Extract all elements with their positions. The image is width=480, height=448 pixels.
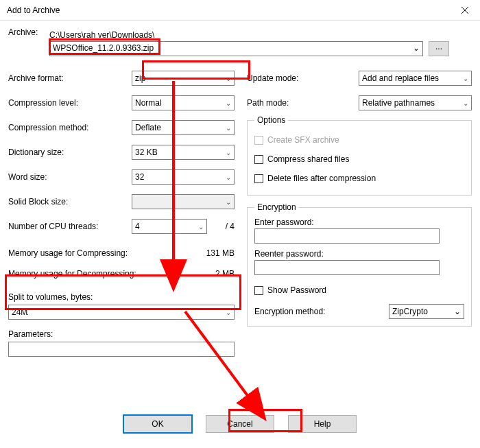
chevron-down-icon: ⌄ — [413, 43, 420, 53]
mem-decomp-label: Memory usage for Decompressing: — [8, 269, 193, 279]
delete-checkbox[interactable] — [254, 174, 263, 183]
chevron-down-icon: ⌄ — [463, 99, 468, 107]
params-label: Parameters: — [8, 329, 235, 339]
pathmode-label: Path mode: — [247, 98, 359, 108]
reenter-password-input[interactable] — [254, 260, 440, 275]
shared-checkbox[interactable] — [254, 155, 263, 164]
chevron-down-icon: ⌄ — [226, 149, 231, 156]
sfx-label: Create SFX archive — [267, 135, 339, 145]
chevron-down-icon: ⌄ — [454, 307, 461, 316]
right-column: Update mode: Add and replace files⌄ Path… — [247, 66, 472, 357]
shared-label: Compress shared files — [267, 154, 349, 164]
update-mode-select[interactable]: Add and replace files⌄ — [359, 71, 472, 86]
level-select[interactable]: Normal⌄ — [132, 95, 235, 110]
format-label: Archive format: — [8, 73, 132, 83]
archive-filename-input[interactable]: WPSOffice_11.2.0.9363.zip ⌄ — [49, 41, 423, 56]
left-column: Archive format: zip⌄ Compression level: … — [8, 66, 235, 357]
method-label: Compression method: — [8, 123, 132, 132]
mem-comp-label: Memory usage for Compressing: — [8, 248, 193, 258]
dialog-buttons: OK Cancel Help — [0, 415, 480, 433]
format-select[interactable]: zip⌄ — [132, 71, 235, 86]
chevron-down-icon: ⌄ — [226, 198, 231, 206]
block-select[interactable]: ⌄ — [132, 194, 235, 209]
enter-password-input[interactable] — [254, 228, 440, 244]
reenter-pw-label: Reenter password: — [254, 249, 464, 259]
enc-method-select[interactable]: ZipCrypto⌄ — [389, 304, 464, 319]
word-label: Word size: — [8, 172, 132, 182]
mem-decomp-value: 2 MB — [193, 269, 235, 279]
split-volumes-input[interactable]: 24M ⌄ — [8, 305, 235, 320]
encryption-legend: Encryption — [254, 202, 299, 212]
show-password-checkbox[interactable] — [254, 286, 263, 295]
sfx-checkbox — [254, 136, 263, 145]
chevron-down-icon: ⌄ — [226, 124, 231, 132]
help-button[interactable]: Help — [288, 415, 357, 433]
close-button[interactable] — [449, 0, 480, 21]
word-select[interactable]: 32⌄ — [132, 169, 235, 185]
chevron-down-icon: ⌄ — [226, 75, 231, 82]
archive-path-prefix: C:\Users\rah ver\Downloads\ — [49, 30, 472, 40]
close-icon — [461, 6, 469, 14]
archive-label: Archive: — [8, 27, 49, 37]
dict-label: Dictionary size: — [8, 148, 132, 157]
chevron-down-icon: ⌄ — [226, 309, 231, 316]
update-label: Update mode: — [247, 73, 359, 83]
show-password-label: Show Password — [267, 285, 326, 295]
method-select[interactable]: Deflate⌄ — [132, 120, 235, 135]
level-label: Compression level: — [8, 98, 132, 108]
path-mode-select[interactable]: Relative pathnames⌄ — [359, 95, 472, 110]
enter-pw-label: Enter password: — [254, 217, 464, 227]
title-bar: Add to Archive — [0, 0, 480, 21]
parameters-input[interactable] — [8, 342, 235, 357]
browse-button[interactable]: ... — [429, 41, 449, 56]
options-legend: Options — [254, 115, 288, 125]
delete-label: Delete files after compression — [267, 174, 376, 183]
window-title: Add to Archive — [7, 5, 449, 15]
cancel-button[interactable]: Cancel — [206, 415, 274, 433]
chevron-down-icon: ⌄ — [198, 223, 204, 231]
chevron-down-icon: ⌄ — [226, 174, 231, 181]
dict-select[interactable]: 32 KB⌄ — [132, 145, 235, 160]
threads-label: Number of CPU threads: — [8, 222, 132, 231]
enc-method-label: Encryption method: — [254, 307, 325, 316]
threads-select[interactable]: 4⌄ — [132, 219, 207, 234]
block-label: Solid Block size: — [8, 197, 132, 207]
threads-max: / 4 — [207, 222, 235, 231]
split-label: Split to volumes, bytes: — [8, 292, 235, 302]
chevron-down-icon: ⌄ — [226, 99, 231, 107]
chevron-down-icon: ⌄ — [463, 75, 468, 82]
encryption-fieldset: Encryption Enter password: Reenter passw… — [247, 202, 472, 327]
mem-comp-value: 131 MB — [193, 248, 235, 258]
ok-button[interactable]: OK — [123, 415, 192, 433]
options-fieldset: Options Create SFX archive Compress shar… — [247, 115, 472, 196]
